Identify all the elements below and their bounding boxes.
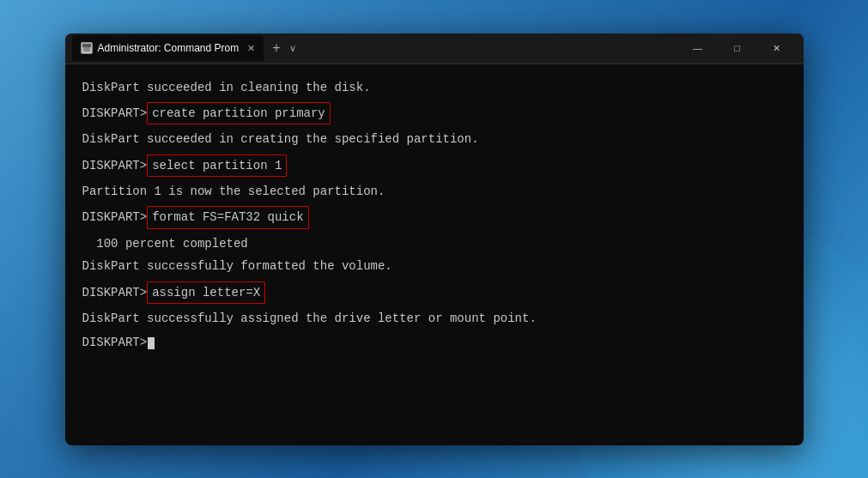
output-line-3: Partition 1 is now the selected partitio… xyxy=(82,182,786,201)
command-line-1: DISKPART> create partition primary xyxy=(82,102,786,124)
output-line-5: DiskPart successfully formatted the volu… xyxy=(82,257,786,275)
new-tab-icon: + xyxy=(272,40,280,56)
prompt-3: DISKPART> xyxy=(82,208,148,227)
prompt-1: DISKPART> xyxy=(82,104,148,123)
close-button[interactable]: ✕ xyxy=(757,33,797,64)
command-select-partition: select partition 1 xyxy=(147,154,287,177)
window-controls: — □ ✕ xyxy=(678,33,797,64)
tab-icon xyxy=(81,42,93,54)
command-line-2: DISKPART> select partition 1 xyxy=(82,154,786,177)
command-line-4: DISKPART> assign letter=X xyxy=(82,281,786,304)
dropdown-icon: ∨ xyxy=(289,43,296,53)
tab-close-button[interactable]: ✕ xyxy=(247,43,255,54)
maximize-button[interactable]: □ xyxy=(718,33,757,64)
minimize-button[interactable]: — xyxy=(678,33,718,64)
tab-dropdown-button[interactable]: ∨ xyxy=(289,43,296,54)
command-assign-letter: assign letter=X xyxy=(147,281,265,304)
command-format: format FS=FAT32 quick xyxy=(147,206,308,228)
new-tab-button[interactable]: + xyxy=(265,37,287,59)
output-line-4: 100 percent completed xyxy=(82,234,786,253)
cursor-line: DISKPART> xyxy=(82,333,786,352)
prompt-5: DISKPART> xyxy=(82,333,148,352)
tab-area: Administrator: Command Prom ✕ + ∨ xyxy=(72,35,678,61)
terminal-content[interactable]: DiskPart succeeded in cleaning the disk.… xyxy=(65,64,804,445)
command-create-partition: create partition primary xyxy=(147,102,331,124)
output-line-6: DiskPart successfully assigned the drive… xyxy=(82,309,786,328)
terminal-cursor xyxy=(148,337,155,349)
svg-rect-1 xyxy=(82,44,91,47)
prompt-4: DISKPART> xyxy=(82,283,148,302)
tab-title: Administrator: Command Prom xyxy=(98,42,240,54)
terminal-window: Administrator: Command Prom ✕ + ∨ — □ ✕ … xyxy=(65,33,804,445)
command-line-3: DISKPART> format FS=FAT32 quick xyxy=(82,206,786,228)
active-tab[interactable]: Administrator: Command Prom ✕ xyxy=(72,35,264,61)
title-bar: Administrator: Command Prom ✕ + ∨ — □ ✕ xyxy=(65,33,804,64)
output-line-2: DiskPart succeeded in creating the speci… xyxy=(82,130,786,148)
output-line-1: DiskPart succeeded in cleaning the disk. xyxy=(82,78,786,97)
prompt-2: DISKPART> xyxy=(82,156,148,175)
